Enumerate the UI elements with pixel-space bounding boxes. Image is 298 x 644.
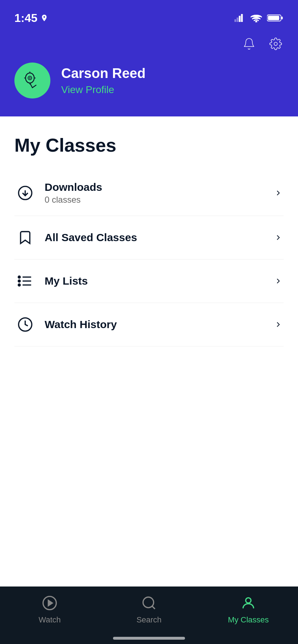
status-icons (234, 14, 284, 22)
nav-my-classes[interactable]: My Classes (199, 594, 298, 625)
page-title: My Classes (14, 134, 284, 156)
all-saved-classes-menu-item[interactable]: All Saved Classes (14, 216, 284, 259)
view-profile-button[interactable]: View Profile (61, 84, 145, 96)
list-icon (14, 270, 36, 292)
all-saved-label: All Saved Classes (45, 231, 273, 244)
svg-point-24 (18, 276, 21, 278)
download-icon (14, 182, 36, 204)
watch-nav-label: Watch (39, 615, 61, 625)
bell-icon (243, 37, 256, 50)
chevron-right-icon-3 (273, 276, 284, 286)
watch-history-label: Watch History (45, 318, 273, 331)
watch-history-text: Watch History (45, 318, 273, 331)
svg-rect-6 (281, 17, 283, 19)
profile-section: Carson Reed View Profile (14, 63, 284, 98)
main-content: My Classes Downloads 0 classes (0, 116, 298, 364)
my-lists-text: My Lists (45, 275, 273, 287)
svg-marker-29 (48, 601, 52, 606)
header-actions (14, 36, 284, 52)
svg-rect-1 (236, 18, 238, 22)
svg-point-8 (274, 42, 277, 46)
svg-point-25 (18, 280, 21, 282)
svg-point-4 (256, 21, 257, 22)
svg-rect-3 (241, 14, 243, 22)
all-saved-text: All Saved Classes (45, 231, 273, 244)
wifi-icon (250, 14, 262, 22)
chevron-right-icon-4 (273, 319, 284, 330)
header: Carson Reed View Profile (0, 29, 298, 116)
signal-icon (234, 14, 245, 22)
chevron-right-icon-2 (273, 232, 284, 243)
settings-button[interactable] (268, 36, 284, 52)
watch-history-menu-item[interactable]: Watch History (14, 303, 284, 346)
svg-rect-2 (239, 16, 241, 22)
chevron-right-icon (273, 188, 284, 198)
gear-icon (269, 37, 282, 50)
svg-point-9 (20, 68, 45, 93)
svg-point-32 (246, 598, 251, 603)
status-bar: 1:45 (0, 0, 298, 29)
svg-line-31 (152, 606, 155, 609)
home-indicator (113, 637, 185, 640)
nav-watch[interactable]: Watch (0, 594, 99, 625)
my-lists-label: My Lists (45, 275, 273, 287)
search-nav-label: Search (136, 615, 162, 625)
battery-icon (267, 14, 284, 22)
downloads-label: Downloads (45, 181, 273, 193)
svg-point-14 (29, 77, 31, 79)
avatar-illustration (20, 68, 45, 93)
bottom-nav: Watch Search My Classes (0, 586, 298, 644)
time-display: 1:45 (14, 12, 37, 25)
downloads-text: Downloads 0 classes (45, 181, 273, 205)
profile-info: Carson Reed View Profile (61, 66, 145, 96)
bookmark-icon (14, 227, 36, 248)
menu-list: Downloads 0 classes All Saved Classes (14, 170, 284, 346)
profile-name: Carson Reed (61, 66, 145, 81)
my-lists-menu-item[interactable]: My Lists (14, 259, 284, 303)
downloads-menu-item[interactable]: Downloads 0 classes (14, 170, 284, 216)
svg-rect-7 (268, 16, 279, 20)
avatar[interactable] (14, 63, 50, 98)
svg-point-26 (18, 284, 21, 286)
my-classes-nav-icon (239, 594, 258, 612)
notification-button[interactable] (241, 36, 257, 52)
clock-icon (14, 314, 36, 335)
nav-search[interactable]: Search (99, 594, 199, 625)
location-icon (40, 14, 48, 22)
svg-rect-0 (234, 19, 236, 22)
downloads-sublabel: 0 classes (45, 195, 273, 205)
search-nav-icon (140, 594, 158, 612)
status-time: 1:45 (14, 12, 48, 25)
svg-point-30 (143, 597, 154, 608)
watch-nav-icon (40, 594, 59, 612)
my-classes-nav-label: My Classes (228, 615, 269, 625)
